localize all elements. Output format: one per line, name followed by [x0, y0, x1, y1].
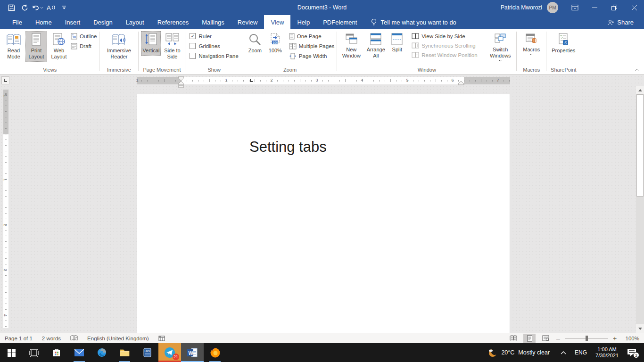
- split-button[interactable]: Split: [388, 31, 405, 55]
- language-indicator[interactable]: English (United Kingdom): [87, 336, 149, 341]
- document-text[interactable]: Setting tabs: [249, 139, 327, 156]
- read-mode-view-button[interactable]: [507, 334, 520, 343]
- tab-help[interactable]: Help: [290, 15, 316, 29]
- one-page-button[interactable]: One Page: [289, 33, 334, 40]
- tab-references[interactable]: References: [151, 15, 195, 29]
- save-button[interactable]: [5, 1, 18, 14]
- multiple-pages-button[interactable]: Multiple Pages: [289, 43, 334, 49]
- restore-button[interactable]: [604, 0, 624, 15]
- zoom-icon: [248, 33, 262, 46]
- print-layout-button[interactable]: Print Layout: [25, 31, 47, 62]
- macros-button[interactable]: Macros: [519, 31, 544, 58]
- svg-text:100: 100: [272, 41, 278, 44]
- undo-button[interactable]: [31, 1, 44, 14]
- mail-button[interactable]: [68, 343, 91, 362]
- read-aloud-button[interactable]: A: [44, 1, 58, 14]
- immersive-reader-button[interactable]: Immersive Reader: [102, 31, 136, 62]
- scroll-up-button[interactable]: [636, 86, 644, 94]
- print-layout-mini-icon: [527, 335, 533, 342]
- arrange-all-button[interactable]: Arrange All: [364, 31, 388, 61]
- telegram-button[interactable]: 21: [158, 343, 181, 362]
- properties-button[interactable]: S Properties: [549, 31, 578, 56]
- ruler-checkbox[interactable]: ✓ Ruler: [190, 33, 238, 39]
- tab-home[interactable]: Home: [29, 15, 58, 29]
- lms-app-button[interactable]: LMS: [136, 343, 158, 362]
- minimize-button[interactable]: [585, 0, 604, 15]
- clock[interactable]: 1:00 AM 7/30/2021: [591, 343, 623, 362]
- tab-selector-button[interactable]: [1, 76, 9, 84]
- word-count[interactable]: 2 words: [42, 336, 61, 341]
- zoom-button[interactable]: Zoom: [246, 31, 264, 56]
- web-layout-mini-icon: [542, 335, 549, 341]
- synchronous-scrolling-button: Synchronous Scrolling: [412, 42, 480, 49]
- share-button[interactable]: Share: [607, 15, 644, 29]
- zoom-percentage[interactable]: 100%: [621, 336, 639, 341]
- macro-recording-button[interactable]: [158, 336, 165, 341]
- ribbon-display-options-button[interactable]: [565, 0, 585, 15]
- zoom-slider[interactable]: [565, 338, 608, 338]
- read-mode-button[interactable]: Read Mode: [3, 31, 25, 62]
- tab-stop-marker[interactable]: [250, 79, 253, 82]
- proofing-status-button[interactable]: [70, 335, 78, 341]
- horizontal-ruler[interactable]: 1 1 2 3 4 5 6 7: [137, 77, 510, 84]
- file-explorer-icon: [120, 349, 130, 357]
- vertical-scrollbar[interactable]: [636, 86, 644, 333]
- zoom-in-button[interactable]: +: [612, 335, 618, 342]
- scroll-down-button[interactable]: [636, 324, 644, 333]
- avatar[interactable]: PM: [547, 2, 558, 13]
- view-side-by-side-button[interactable]: View Side by Side: [412, 33, 480, 39]
- word-button[interactable]: W: [181, 343, 204, 362]
- customize-qat-button[interactable]: [58, 1, 71, 14]
- vertical-button[interactable]: Vertical: [141, 31, 161, 56]
- side-to-side-button[interactable]: Side to Side: [162, 31, 182, 62]
- navigation-pane-checkbox[interactable]: Navigation Pane: [190, 53, 238, 59]
- web-layout-view-button[interactable]: [539, 334, 552, 343]
- zoom-slider-thumb[interactable]: [586, 336, 588, 341]
- weather-widget[interactable]: 20°C Mostly clear: [480, 348, 556, 357]
- tab-design[interactable]: Design: [87, 15, 119, 29]
- collapse-ribbon-button[interactable]: [635, 69, 639, 72]
- tab-mailings[interactable]: Mailings: [195, 15, 231, 29]
- web-layout-button[interactable]: Web Layout: [48, 31, 70, 62]
- microsoft-store-icon: [52, 348, 61, 357]
- user-name[interactable]: Patricia Mworozi: [501, 4, 542, 11]
- gridlines-checkbox[interactable]: Gridlines: [190, 43, 238, 49]
- scrollbar-thumb[interactable]: [636, 94, 644, 197]
- tab-pdfelement[interactable]: PDFelement: [316, 15, 363, 29]
- store-button[interactable]: [45, 343, 68, 362]
- share-label: Share: [617, 19, 634, 26]
- indent-markers[interactable]: [178, 76, 184, 88]
- repeat-button[interactable]: [18, 1, 31, 14]
- group-divider: [99, 32, 99, 71]
- print-layout-view-button[interactable]: [523, 334, 536, 343]
- action-center-button[interactable]: 2: [623, 343, 644, 362]
- right-indent-marker[interactable]: [458, 81, 464, 85]
- tab-insert[interactable]: Insert: [58, 15, 87, 29]
- vertical-ruler[interactable]: 1 1 2 3 4: [3, 90, 8, 328]
- outline-button[interactable]: Outline: [71, 33, 97, 40]
- task-view-button[interactable]: [23, 343, 45, 362]
- firefox-button[interactable]: [204, 343, 226, 362]
- document-area: 1 1 2 3 4 5 6 7 1 1 2 3 4 Setting tabs: [0, 75, 644, 333]
- zoom-100-button[interactable]: 100 100%: [265, 31, 285, 56]
- tab-view[interactable]: View: [264, 15, 290, 29]
- tell-me-box[interactable]: Tell me what you want to do: [363, 15, 456, 29]
- show-hidden-icons-button[interactable]: [556, 343, 570, 362]
- draft-button[interactable]: Draft: [71, 43, 97, 49]
- tab-review[interactable]: Review: [231, 15, 264, 29]
- file-explorer-button[interactable]: [113, 343, 136, 362]
- page-width-button[interactable]: Page Width: [289, 53, 334, 59]
- tab-file[interactable]: File: [6, 15, 29, 29]
- language-switcher[interactable]: ENG: [570, 343, 591, 362]
- start-button[interactable]: [0, 343, 23, 362]
- edge-button[interactable]: [91, 343, 113, 362]
- zoom-out-button[interactable]: –: [555, 335, 561, 342]
- close-button[interactable]: [624, 0, 644, 15]
- new-window-button[interactable]: New Window: [339, 31, 363, 61]
- switch-windows-button[interactable]: Switch Windows: [487, 31, 514, 64]
- tab-layout[interactable]: Layout: [119, 15, 151, 29]
- document-page[interactable]: Setting tabs: [137, 94, 510, 333]
- undo-icon: [32, 5, 40, 11]
- page-indicator[interactable]: Page 1 of 1: [5, 336, 33, 341]
- save-icon: [8, 4, 15, 11]
